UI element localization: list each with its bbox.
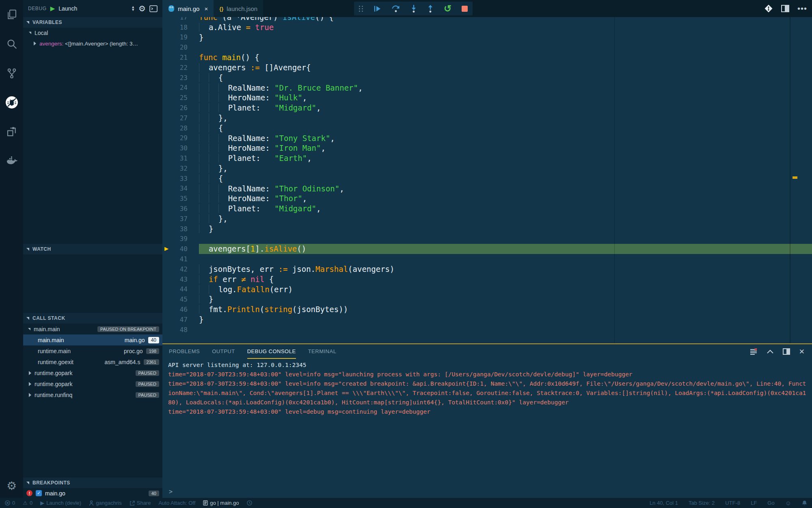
code-line-34[interactable]: 34 RealName: "Thor Odinson", (162, 184, 812, 194)
breakpoints-header[interactable]: BREAKPOINTS (23, 478, 162, 488)
stop-button[interactable] (462, 6, 468, 12)
code-text[interactable] (199, 325, 812, 335)
debug-icon[interactable] (0, 88, 23, 117)
code-text[interactable]: a.Alive = true (199, 22, 812, 33)
encoding[interactable]: UTF-8 (725, 500, 740, 506)
gutter[interactable]: 35 (162, 193, 199, 204)
code-line-29[interactable]: 29 RealName: "Tony Stark", (162, 133, 812, 143)
thread-main[interactable]: main.main PAUSED ON BREAKPOINT (23, 323, 162, 334)
tab-launch-json[interactable]: {} launch.json (214, 0, 263, 17)
code-text[interactable]: Planet: "Earth", (199, 153, 812, 163)
debug-console-output[interactable]: API server listening at: 127.0.0.1:2345t… (162, 359, 812, 417)
gutter[interactable]: 42 (162, 264, 199, 274)
code-text[interactable]: HeroName: "Thor", (199, 193, 812, 204)
thread-runfinq[interactable]: runtime.runfinq PAUSED (23, 389, 162, 400)
code-text[interactable]: avengers := []Avenger{ (199, 63, 812, 73)
gutter[interactable]: 36 (162, 204, 199, 214)
code-line-23[interactable]: 23 { (162, 73, 812, 83)
code-line-37[interactable]: 37 }, (162, 214, 812, 224)
error-count[interactable]: 0 (5, 500, 15, 506)
code-text[interactable]: RealName: "Tony Stark", (199, 133, 812, 143)
thread-gopark[interactable]: runtime.gopark PAUSED (23, 367, 162, 378)
open-changes-icon[interactable] (764, 4, 773, 13)
breakpoint-item[interactable]: ! ✓ main.go 40 (23, 488, 162, 498)
watch-header[interactable]: WATCH (23, 244, 162, 254)
code-text[interactable]: fmt.Println(string(jsonBytes)) (199, 304, 812, 315)
extensions-icon[interactable] (0, 117, 23, 146)
code-text[interactable]: }, (199, 214, 812, 224)
configure-gear-icon[interactable]: ⚙ (138, 4, 146, 13)
code-line-36[interactable]: 36 Planet: "Midgard", (162, 204, 812, 214)
code-line-25[interactable]: 25 HeroName: "Hulk", (162, 93, 812, 103)
step-over-button[interactable] (391, 4, 400, 13)
gutter[interactable]: 20 (162, 42, 199, 52)
gutter[interactable]: 26 (162, 103, 199, 113)
code-line-22[interactable]: 22 avengers := []Avenger{ (162, 63, 812, 73)
code-line-47[interactable]: 47} (162, 315, 812, 325)
clock-status[interactable] (247, 500, 252, 506)
warning-count[interactable]: ⚠ 0 (23, 500, 32, 506)
code-line-26[interactable]: 26 Planet: "Midgard", (162, 103, 812, 113)
settings-gear-icon[interactable]: ⚙ (0, 477, 23, 495)
code-text[interactable]: Planet: "Midgard", (199, 103, 812, 113)
code-text[interactable]: { (199, 123, 812, 133)
code-text[interactable]: RealName: "Dr. Bruce Banner", (199, 83, 812, 93)
code-editor[interactable]: 17func (a *Avenger) isAlive() {18 a.Aliv… (162, 17, 812, 343)
clear-console-icon[interactable] (749, 348, 758, 355)
move-panel-icon[interactable] (783, 348, 790, 355)
gutter[interactable]: 43 (162, 274, 199, 284)
code-text[interactable]: { (199, 73, 812, 83)
code-line-18[interactable]: 18 a.Alive = true (162, 22, 812, 33)
code-text[interactable]: } (199, 33, 812, 43)
gutter[interactable]: 41 (162, 254, 199, 264)
breakpoint-checkbox[interactable]: ✓ (36, 490, 42, 496)
eol-sequence[interactable]: LF (751, 500, 757, 506)
share-button[interactable]: Share (130, 500, 151, 506)
code-text[interactable]: { (199, 174, 812, 184)
cursor-position[interactable]: Ln 40, Col 1 (650, 500, 678, 506)
toolbar-drag-handle[interactable] (359, 6, 363, 12)
auto-attach-toggle[interactable]: Auto Attach: Off (158, 500, 195, 506)
stack-frame[interactable]: runtime.goexit asm_amd64.s2361 (23, 356, 162, 367)
gutter[interactable]: 28 (162, 123, 199, 133)
gutter[interactable]: 37 (162, 214, 199, 224)
gutter[interactable]: 32 (162, 163, 199, 174)
gutter[interactable]: 25 (162, 93, 199, 103)
tab-close-icon[interactable]: × (204, 5, 208, 12)
code-line-45[interactable]: 45 } (162, 294, 812, 304)
code-line-39[interactable]: 39 (162, 234, 812, 244)
debug-console-toggle-icon[interactable] (149, 5, 158, 12)
code-line-41[interactable]: 41 (162, 254, 812, 264)
code-line-21[interactable]: 21func main() { (162, 52, 812, 63)
gutter[interactable]: 24 (162, 83, 199, 93)
launch-status[interactable]: ▶ Launch (devle) (40, 500, 81, 506)
code-text[interactable]: } (199, 294, 812, 304)
code-text[interactable]: } (199, 224, 812, 234)
search-icon[interactable] (0, 29, 23, 59)
language-server-status[interactable]: go | main.go (203, 500, 239, 506)
launch-config-dropdown[interactable]: Launch (58, 5, 77, 12)
tab-debug-console[interactable]: DEBUG CONSOLE (247, 344, 296, 359)
code-line-32[interactable]: 32 }, (162, 163, 812, 174)
restart-button[interactable]: ↺ (444, 4, 451, 13)
explorer-icon[interactable] (0, 0, 23, 29)
code-text[interactable] (199, 42, 812, 52)
tab-output[interactable]: OUTPUT (212, 344, 235, 359)
gutter[interactable]: 29 (162, 133, 199, 143)
tab-terminal[interactable]: TERMINAL (308, 344, 337, 359)
code-text[interactable]: } (199, 315, 812, 325)
gutter[interactable]: 47 (162, 315, 199, 325)
gutter[interactable]: 34 (162, 184, 199, 194)
code-line-28[interactable]: 28 { (162, 123, 812, 133)
code-text[interactable]: func (a *Avenger) isAlive() { (199, 17, 812, 22)
notifications-bell-icon[interactable] (802, 500, 807, 506)
code-line-17[interactable]: 17func (a *Avenger) isAlive() { (162, 17, 812, 22)
code-text[interactable]: RealName: "Thor Odinson", (199, 184, 812, 194)
code-text[interactable]: HeroName: "Iron Man", (199, 143, 812, 153)
code-line-42[interactable]: 42 jsonBytes, err := json.Marshal(avenge… (162, 264, 812, 274)
step-into-button[interactable] (410, 4, 417, 13)
gutter[interactable]: 21 (162, 52, 199, 63)
code-text[interactable]: jsonBytes, err := json.Marshal(avengers) (199, 264, 812, 274)
maximize-panel-icon[interactable] (767, 349, 774, 354)
gutter[interactable]: 19 (162, 33, 199, 43)
